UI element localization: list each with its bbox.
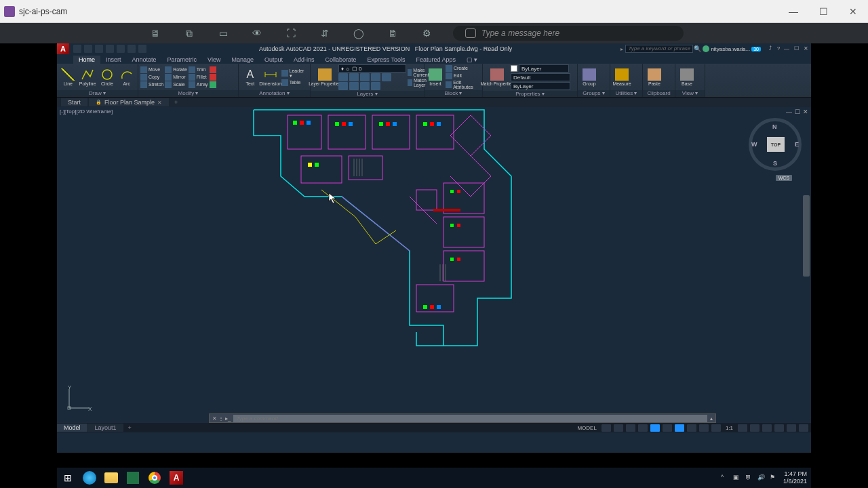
layer-mini-7[interactable] <box>349 82 359 90</box>
tab-home[interactable]: Home <box>73 56 100 64</box>
message-input[interactable]: Type a message here <box>453 26 684 41</box>
status-trans[interactable] <box>699 424 709 432</box>
layer-mini-9[interactable] <box>371 82 380 90</box>
layout-layout1[interactable]: Layout1 <box>88 424 123 432</box>
taskbar-autocad[interactable]: A <box>165 468 187 487</box>
tool-leader[interactable]: Leader ▾ <box>281 68 308 79</box>
status-osnap[interactable] <box>650 424 660 432</box>
qat-save[interactable] <box>95 45 103 53</box>
status-gear[interactable] <box>738 424 747 432</box>
tab-featured[interactable]: Featured Apps <box>410 56 461 64</box>
taskbar-chrome[interactable] <box>144 468 165 487</box>
tab-addins[interactable]: Add-ins <box>288 56 320 64</box>
monitor-icon[interactable]: 🖥 <box>148 27 163 39</box>
status-ortho[interactable] <box>626 424 635 432</box>
qat-saveas[interactable] <box>106 45 114 53</box>
tray-up-icon[interactable]: ^ <box>721 474 729 482</box>
tool-dimension[interactable]: Dimension <box>261 68 280 86</box>
command-input[interactable] <box>233 415 707 422</box>
tool-copy[interactable]: Copy <box>140 74 163 81</box>
tool-move[interactable]: Move <box>140 66 163 73</box>
tool-paste[interactable]: Paste <box>645 68 664 86</box>
status-menu[interactable] <box>799 424 808 432</box>
layer-mini-6[interactable] <box>338 82 348 90</box>
qat-plot[interactable] <box>117 45 125 53</box>
tool-table[interactable]: Table <box>281 79 308 86</box>
wcs-label[interactable]: WCS <box>776 175 792 181</box>
tool-ext1[interactable] <box>210 66 216 73</box>
share-icon[interactable]: ⤴ <box>766 45 774 52</box>
tool-base[interactable]: Base <box>677 68 696 86</box>
viewcube-face[interactable]: TOP <box>767 137 785 152</box>
status-snap[interactable] <box>614 424 623 432</box>
file-icon[interactable]: 🗎 <box>385 27 400 39</box>
tool-ext2[interactable] <box>210 74 216 81</box>
tool-fillet[interactable]: Fillet <box>189 74 208 81</box>
status-otrack[interactable] <box>663 424 672 432</box>
tool-arc[interactable]: Arc <box>117 68 136 86</box>
vp-close[interactable]: ✕ <box>803 108 808 115</box>
command-line[interactable]: ✕⋮▸_ ▴ <box>209 413 716 423</box>
cmd-handle-icon[interactable]: ⋮ <box>218 415 224 422</box>
layer-mini-8[interactable] <box>360 82 370 90</box>
settings-icon[interactable]: ⚙ <box>419 27 434 39</box>
drawing-canvas[interactable]: [-][Top][2D Wireframe] — ☐ ✕ <box>57 107 811 432</box>
tool-scale[interactable]: Scale <box>165 81 187 88</box>
linetype-selector[interactable]: ByLayer <box>511 82 570 90</box>
transfer-icon[interactable]: ⇵ <box>317 27 332 39</box>
layer-mini-5[interactable] <box>382 73 391 81</box>
vp-max[interactable]: ☐ <box>795 108 800 115</box>
search-icon[interactable]: 🔍 <box>693 45 701 52</box>
tool-layer-props[interactable]: Layer Properties <box>313 68 337 86</box>
tab-manage[interactable]: Manage <box>226 56 259 64</box>
new-tab-button[interactable]: + <box>170 99 182 106</box>
tool-mirror[interactable]: Mirror <box>165 74 187 81</box>
tab-annotate[interactable]: Annotate <box>127 56 162 64</box>
status-cycle[interactable] <box>711 424 721 432</box>
tab-express[interactable]: Express Tools <box>362 56 411 64</box>
tray-shield-icon[interactable]: ⛨ <box>745 474 753 482</box>
tool-edit-attr[interactable]: Edit Attributes <box>446 80 480 89</box>
status-lwt[interactable] <box>687 424 696 432</box>
system-tray[interactable]: ^ ▣ ⛨ 🔊 ⚑ <box>721 474 783 482</box>
layer-selector[interactable]: ♦ ☼ ▢ 0 <box>338 64 406 73</box>
acad-restore[interactable]: ☐ <box>792 45 800 52</box>
status-grid[interactable] <box>601 424 611 432</box>
status-model[interactable]: MODEL <box>575 425 598 431</box>
tool-circle[interactable]: Circle <box>98 68 117 86</box>
tab-insert[interactable]: Insert <box>100 56 127 64</box>
tab-collaborate[interactable]: Collaborate <box>320 56 362 64</box>
layer-mini-3[interactable] <box>360 73 370 81</box>
color-selector[interactable]: ByLayer <box>519 64 569 73</box>
vp-min[interactable]: — <box>786 108 792 115</box>
file-tab-document[interactable]: 🔒Floor Plan Sample✕ <box>89 98 169 106</box>
taskbar-clock[interactable]: 1:47 PM 1/6/2021 <box>783 470 811 485</box>
tray-net-icon[interactable]: ▣ <box>733 474 741 482</box>
cmd-dropdown-icon[interactable]: ▴ <box>707 415 715 422</box>
close-tab-icon[interactable]: ✕ <box>157 100 162 106</box>
nav-bar[interactable] <box>803 195 810 277</box>
tool-line[interactable]: Line <box>59 68 77 86</box>
layout-model[interactable]: Model <box>57 424 87 432</box>
status-custom[interactable] <box>787 424 796 432</box>
record-icon[interactable]: ◯ <box>351 27 366 39</box>
status-clean[interactable] <box>774 424 784 432</box>
taskbar-ie[interactable] <box>79 468 100 487</box>
status-polar[interactable] <box>638 424 648 432</box>
tool-group[interactable]: Group <box>580 68 599 86</box>
tool-edit[interactable]: Edit <box>446 73 480 79</box>
tool-rotate[interactable]: Rotate <box>165 66 187 73</box>
status-iso[interactable] <box>762 424 772 432</box>
tray-flag-icon[interactable]: ⚑ <box>770 474 778 482</box>
qat-undo[interactable] <box>127 45 136 53</box>
taskbar-excel[interactable] <box>122 468 144 487</box>
cmd-close-icon[interactable]: ✕ <box>212 415 217 422</box>
status-plus[interactable] <box>750 424 760 432</box>
layout-add[interactable]: + <box>124 424 136 431</box>
tool-polyline[interactable]: Polyline <box>79 68 97 86</box>
acad-close[interactable]: ✕ <box>802 45 810 52</box>
dir-s[interactable]: S <box>773 160 777 167</box>
tab-parametric[interactable]: Parametric <box>162 56 203 64</box>
taskbar-explorer[interactable] <box>100 468 122 487</box>
screens-icon[interactable]: ⧉ <box>182 27 197 39</box>
